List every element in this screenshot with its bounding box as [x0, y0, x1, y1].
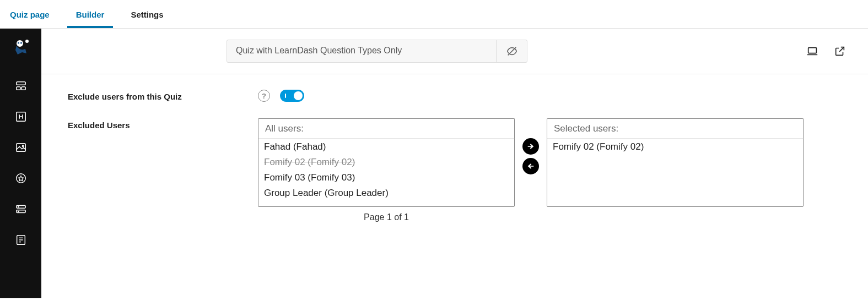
svg-rect-5 — [16, 87, 20, 90]
sidebar-image-icon[interactable] — [14, 141, 28, 154]
selected-users-listbox[interactable]: Fomify 02 (Fomify 02) — [547, 139, 804, 207]
laptop-icon — [806, 45, 818, 58]
help-button[interactable]: ? — [258, 90, 270, 102]
list-item[interactable]: Group Leader (Group Leader) — [258, 185, 514, 201]
editor-header: Quiz with LearnDash Question Types Only — [41, 29, 868, 74]
main-content: Quiz with LearnDash Question Types Only — [41, 29, 868, 298]
all-users-listbox[interactable]: Fahad (Fahad) Fomify 02 (Fomify 02) Fomi… — [258, 139, 515, 207]
settings-body: Exclude users from this Quiz ? Excluded … — [41, 74, 868, 254]
exclude-users-toggle[interactable] — [280, 90, 304, 102]
arrow-right-icon — [526, 142, 535, 151]
all-users-pagination: Page 1 of 1 — [258, 212, 515, 222]
sidebar-heading-icon[interactable] — [14, 110, 28, 123]
tab-quiz-page[interactable]: Quiz page — [8, 6, 52, 28]
list-item[interactable]: Fomify 03 (Fomify 03) — [258, 170, 514, 185]
external-link-icon — [834, 45, 846, 57]
selected-users-column: Selected users: Fomify 02 (Fomify 02) — [547, 118, 804, 207]
header-right-controls — [691, 45, 846, 57]
toggle-knob — [294, 91, 303, 100]
svg-point-13 — [18, 206, 18, 207]
svg-rect-6 — [21, 87, 25, 90]
transfer-buttons — [522, 118, 539, 174]
svg-line-22 — [839, 47, 844, 52]
svg-rect-4 — [16, 82, 25, 85]
sidebar-blocks-icon[interactable] — [14, 79, 28, 92]
visibility-toggle-button[interactable] — [496, 40, 527, 62]
tab-settings[interactable]: Settings — [128, 6, 165, 28]
quiz-title-box: Quiz with LearnDash Question Types Only — [227, 40, 527, 63]
visibility-off-icon — [506, 45, 518, 57]
arrow-left-icon — [526, 162, 535, 171]
sidebar-list-icon[interactable] — [14, 203, 28, 216]
excluded-users-label: Excluded Users — [68, 118, 258, 130]
svg-point-1 — [17, 42, 19, 43]
app-logo — [9, 36, 33, 59]
sidebar-star-icon[interactable] — [14, 172, 28, 185]
editor-sidebar — [0, 29, 41, 298]
selected-users-header: Selected users: — [547, 118, 804, 139]
all-users-header: All users: — [258, 118, 515, 139]
tab-builder[interactable]: Builder — [74, 6, 107, 28]
all-users-column: All users: Fahad (Fahad) Fomify 02 (Fomi… — [258, 118, 515, 222]
exclude-users-label: Exclude users from this Quiz — [68, 90, 258, 101]
list-item[interactable]: Fahad (Fahad) — [258, 139, 514, 155]
add-user-button[interactable] — [522, 138, 539, 155]
dual-list-selector: All users: Fahad (Fahad) Fomify 02 (Fomi… — [258, 118, 804, 222]
list-item[interactable]: Fomify 02 (Fomify 02) — [258, 155, 514, 170]
quiz-title-input[interactable]: Quiz with LearnDash Question Types Only — [227, 40, 496, 62]
list-item[interactable]: Fomify 02 (Fomify 02) — [547, 139, 803, 155]
svg-point-9 — [22, 145, 23, 146]
svg-point-3 — [25, 40, 29, 43]
sidebar-form-icon[interactable] — [14, 233, 28, 247]
device-preview-button[interactable] — [806, 45, 818, 57]
remove-user-button[interactable] — [522, 158, 539, 174]
svg-point-0 — [17, 40, 23, 47]
toggle-on-indicator — [285, 94, 286, 98]
exclude-users-row: Exclude users from this Quiz ? — [68, 90, 842, 102]
svg-point-2 — [20, 42, 21, 43]
svg-point-14 — [18, 211, 18, 211]
svg-rect-20 — [808, 48, 817, 53]
excluded-users-row: Excluded Users All users: Fahad (Fahad) … — [68, 118, 842, 222]
top-tabs: Quiz page Builder Settings — [0, 0, 868, 29]
external-link-button[interactable] — [834, 45, 846, 57]
